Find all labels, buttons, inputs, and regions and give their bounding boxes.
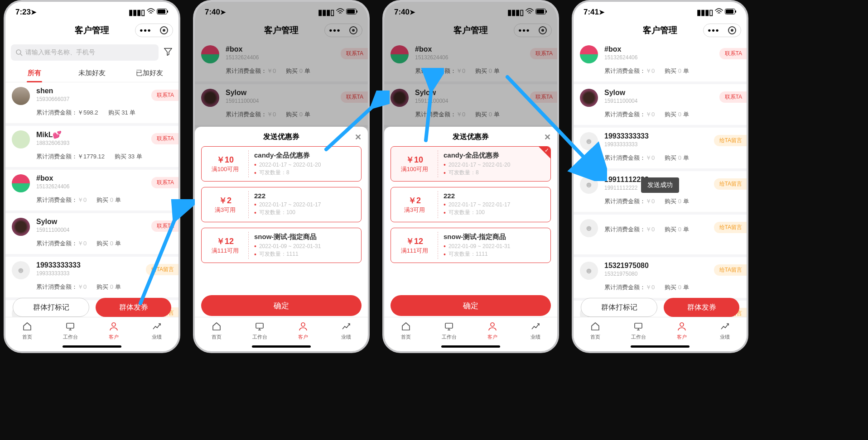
- customer-card[interactable]: Sylow 15911100004 累计消费金额：￥0 购买 0 单 联系TA: [5, 213, 178, 254]
- nav-performance-icon: [719, 321, 730, 332]
- customer-card[interactable]: shen 15930666037 累计消费金额：￥598.2 购买 31 单 联…: [5, 82, 178, 123]
- filter-icon[interactable]: [163, 47, 173, 58]
- bulk-tag-button[interactable]: 群体打标记: [13, 298, 89, 317]
- contact-badge[interactable]: 联系TA: [719, 48, 747, 59]
- bulk-coupon-button[interactable]: 群体发券: [664, 298, 739, 317]
- tab-not-friend[interactable]: 未加好友: [63, 64, 121, 82]
- svg-rect-1: [158, 10, 165, 14]
- miniapp-capsule[interactable]: •••: [324, 24, 362, 37]
- customer-stats: 累计消费金额：￥598.2 购买 31 单: [36, 109, 172, 117]
- customer-card[interactable]: Sylow 15911100004 累计消费金额：￥0 购买 0 单 联系TA: [574, 84, 747, 125]
- nav-home[interactable]: 首页: [5, 317, 49, 351]
- svg-rect-10: [347, 10, 355, 14]
- spend-label: 累计消费金额：￥0: [36, 239, 87, 248]
- more-icon[interactable]: •••: [708, 25, 720, 35]
- contact-badge[interactable]: 联系TA: [530, 91, 557, 103]
- contact-badge[interactable]: 联系TA: [530, 48, 557, 59]
- coupon-card[interactable]: ￥10 满100可用 candy-全品优惠券 2022-01-17 ~ 2022…: [201, 146, 362, 182]
- coupon-card[interactable]: ￥12 满111可用 snow-测试-指定商品 2022-01-09 ~ 202…: [391, 228, 551, 263]
- orders-label: 购买 0 单: [665, 67, 689, 75]
- search-input[interactable]: 请输入账号名称、手机号: [11, 44, 159, 61]
- nav-workbench-icon: [633, 321, 644, 332]
- coupon-name: snow-测试-指定商品: [444, 233, 545, 241]
- more-icon[interactable]: •••: [329, 25, 341, 35]
- contact-badge[interactable]: 给TA留言: [714, 264, 747, 276]
- avatar: [580, 45, 598, 63]
- close-icon[interactable]: ✕: [544, 132, 551, 142]
- sheet-title: 发送优惠券 ✕: [391, 132, 551, 142]
- nav-performance[interactable]: 业绩: [514, 317, 558, 351]
- tab-all[interactable]: 所有: [5, 64, 63, 82]
- nav-home[interactable]: 首页: [195, 317, 238, 351]
- spend-label: 累计消费金额：￥0: [604, 197, 655, 206]
- status-indicators: ▮▮▮▯: [697, 8, 737, 17]
- nav-label: 首页: [401, 334, 411, 340]
- nav-home-icon: [22, 321, 33, 332]
- close-icon[interactable]: ✕: [355, 132, 362, 142]
- bulk-coupon-button[interactable]: 群体发券: [96, 298, 171, 317]
- contact-badge[interactable]: 给TA留言: [714, 135, 747, 146]
- svg-rect-2: [167, 10, 168, 13]
- confirm-button[interactable]: 确定: [391, 295, 551, 316]
- customer-card[interactable]: #box 15132624406 累计消费金额：￥0 购买 0 单 联系TA: [574, 41, 747, 81]
- customer-stats: 累计消费金额：￥0 购买 0 单: [36, 283, 172, 291]
- customer-card[interactable]: #box 15132624406 累计消费金额：￥0 购买 0 单 联系TA: [5, 170, 178, 210]
- close-miniapp-icon[interactable]: [728, 26, 736, 34]
- nav-workbench-icon: [254, 321, 265, 332]
- customer-stats: 累计消费金额：￥0 购买 0 单: [604, 154, 740, 162]
- customer-card[interactable]: ☻ 15321975080 15321975080 累计消费金额：￥0 购买 0…: [574, 257, 747, 298]
- nav-label: 工作台: [252, 334, 267, 340]
- contact-badge[interactable]: 给TA留言: [146, 264, 178, 275]
- bulk-tag-button[interactable]: 群体打标记: [581, 298, 657, 317]
- close-miniapp-icon[interactable]: [539, 26, 547, 34]
- coupon-card[interactable]: ￥2 满3可用 222 2022-01-17 ~ 2022-01-17 可发数量…: [391, 187, 551, 222]
- avatar: ☻: [580, 132, 598, 150]
- miniapp-capsule[interactable]: •••: [135, 24, 173, 37]
- coupon-card[interactable]: ￥12 满111可用 snow-测试-指定商品 2022-01-09 ~ 202…: [201, 228, 362, 263]
- confirm-button[interactable]: 确定: [201, 295, 362, 316]
- coupon-list[interactable]: ￥10 满100可用 candy-全品优惠券 2022-01-17 ~ 2022…: [391, 146, 551, 290]
- customer-card[interactable]: #box 15132624406 累计消费金额：￥0 购买 0 单 联系TA: [384, 41, 557, 81]
- svg-rect-25: [735, 10, 736, 13]
- battery-icon: [725, 8, 737, 17]
- coupon-condition: 满100可用: [212, 165, 239, 173]
- signal-icon: ▮▮▮▯: [697, 8, 713, 17]
- nav-performance[interactable]: 业绩: [135, 317, 179, 351]
- contact-badge[interactable]: 联系TA: [151, 90, 178, 101]
- contact-badge[interactable]: 联系TA: [341, 91, 368, 103]
- close-miniapp-icon[interactable]: [349, 26, 357, 34]
- nav-performance[interactable]: 业绩: [704, 317, 747, 351]
- customer-card[interactable]: MikL💕 18832606393 累计消费金额：￥1779.12 购买 33 …: [5, 126, 178, 167]
- more-icon[interactable]: •••: [140, 25, 152, 35]
- customer-card[interactable]: #box 15132624406 累计消费金额：￥0 购买 0 单 联系TA: [195, 41, 368, 81]
- contact-badge[interactable]: 联系TA: [719, 91, 747, 103]
- coupon-list[interactable]: ￥10 满100可用 candy-全品优惠券 2022-01-17 ~ 2022…: [201, 146, 362, 290]
- coupon-card[interactable]: ￥10 满100可用 candy-全品优惠券 2022-01-17 ~ 2022…: [391, 146, 551, 182]
- tab-friend[interactable]: 已加好友: [121, 64, 178, 82]
- nav-customer-icon: [676, 321, 687, 332]
- nav-performance[interactable]: 业绩: [325, 317, 368, 351]
- customer-card[interactable]: Sylow 15911100004 累计消费金额：￥0 购买 0 单 联系TA: [384, 84, 557, 125]
- contact-badge[interactable]: 给TA留言: [714, 178, 747, 190]
- miniapp-capsule[interactable]: •••: [514, 24, 552, 37]
- contact-badge[interactable]: 给TA留言: [714, 222, 747, 233]
- coupon-detail-section: candy-全品优惠券 2022-01-17 ~ 2022-01-20 可发数量…: [249, 147, 361, 181]
- orders-label: 购买 0 单: [286, 110, 310, 119]
- customer-card[interactable]: ☻ 19933333333 19933333333 累计消费金额：￥0 购买 0…: [5, 257, 178, 297]
- contact-badge[interactable]: 联系TA: [151, 177, 178, 188]
- avatar: [201, 89, 219, 107]
- contact-badge[interactable]: 联系TA: [151, 220, 178, 232]
- coupon-card[interactable]: ￥2 满3可用 222 2022-01-17 ~ 2022-01-17 可发数量…: [201, 187, 362, 222]
- customer-card[interactable]: ☻ 19933333333 19933333333 累计消费金额：￥0 购买 0…: [574, 128, 747, 168]
- contact-badge[interactable]: 联系TA: [151, 133, 178, 144]
- contact-badge[interactable]: 联系TA: [341, 48, 368, 59]
- customer-card[interactable]: Sylow 15911100004 累计消费金额：￥0 购买 0 单 联系TA: [195, 84, 368, 125]
- close-miniapp-icon[interactable]: [160, 26, 168, 34]
- avatar: [201, 45, 219, 63]
- customer-card[interactable]: ☻ 累计消费金额：￥0 购买 0 单 给TA留言: [574, 215, 747, 254]
- nav-home[interactable]: 首页: [384, 317, 428, 351]
- miniapp-capsule[interactable]: •••: [703, 24, 741, 37]
- coupon-amount: ￥12: [217, 236, 234, 247]
- nav-home[interactable]: 首页: [574, 317, 617, 351]
- more-icon[interactable]: •••: [519, 25, 530, 35]
